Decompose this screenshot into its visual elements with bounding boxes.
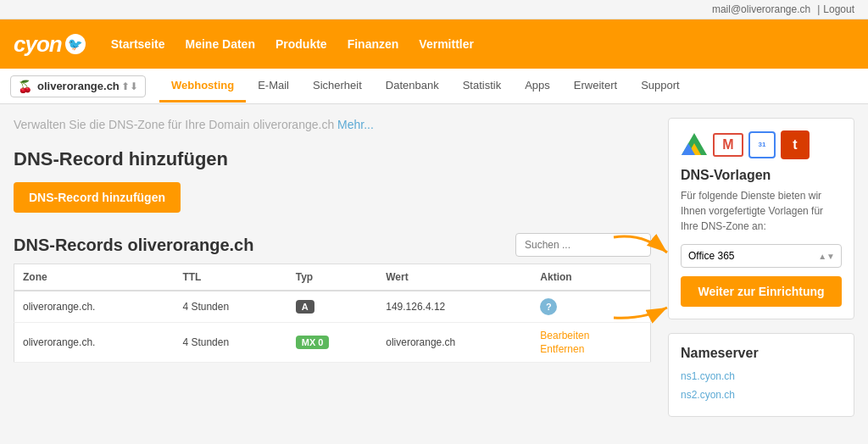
entfernen-link[interactable]: Entfernen [540, 343, 642, 355]
table-row: oliverorange.ch. 4 Stunden MX 0 oliveror… [14, 323, 651, 363]
nav-meine-daten[interactable]: Meine Daten [186, 37, 255, 51]
nav-vermittler[interactable]: Vermittler [419, 37, 474, 51]
tab-email[interactable]: E-Mail [246, 70, 301, 103]
vorlagen-select[interactable]: Google Apps Office 365 Zoho Mail [681, 244, 842, 268]
col-zone: Zone [14, 264, 175, 291]
nav-startseite[interactable]: Startseite [111, 37, 165, 51]
nameserver-section: Nameserver ns1.cyon.ch ns2.cyon.ch [668, 333, 854, 417]
nav-finanzen[interactable]: Finanzen [348, 37, 399, 51]
logout-link[interactable]: Logout [823, 3, 854, 15]
vorlagen-desc: Für folgende Dienste bieten wir Ihnen vo… [681, 188, 842, 234]
nav-produkte[interactable]: Produkte [275, 37, 327, 51]
logo-text: cyon [14, 31, 62, 58]
google-drive-icon [681, 131, 708, 158]
tab-erweitert[interactable]: Erweitert [562, 70, 629, 103]
row1-ttl: 4 Stunden [174, 291, 287, 323]
domain-selector[interactable]: 🍒 oliverorange.ch ⬆⬇ [10, 75, 146, 97]
row2-typ: MX 0 [287, 323, 377, 363]
sidebar: M 31 t DNS-Vorlagen Für folgende Dienste… [668, 118, 854, 417]
main-nav: Startseite Meine Daten Produkte Finanzen… [111, 37, 474, 51]
domain-name: oliverorange.ch [37, 80, 121, 92]
tab-statistik[interactable]: Statistik [451, 70, 514, 103]
arrow2-icon [609, 284, 673, 326]
col-typ: Typ [287, 264, 377, 291]
logo-bird-icon: 🐦 [65, 34, 86, 54]
add-dns-record-button[interactable]: DNS-Record hinzufügen [14, 182, 181, 213]
type-badge-mx: MX 0 [296, 336, 330, 349]
row2-wert: oliverorange.ch [377, 323, 531, 363]
main-content: Verwalten Sie die DNS-Zone für Ihre Doma… [14, 118, 651, 417]
row1-wert: 149.126.4.12 [377, 291, 531, 323]
table-row: oliverorange.ch. 4 Stunden A 149.126.4.1… [14, 291, 651, 323]
tab-support[interactable]: Support [629, 70, 692, 103]
col-wert: Wert [377, 264, 531, 291]
gmail-icon: M [713, 133, 743, 157]
content-area: Verwalten Sie die DNS-Zone für Ihre Doma… [0, 104, 868, 430]
tab-nav: Webhosting E-Mail Sicherheit Datenbank S… [159, 70, 692, 103]
nameserver-1: ns1.cyon.ch [681, 368, 842, 386]
mehr-link[interactable]: Mehr... [337, 118, 374, 131]
domain-cherry-icon: 🍒 [18, 80, 32, 93]
logo: cyon 🐦 [14, 31, 86, 58]
service-icons: M 31 t [681, 130, 842, 159]
row2-zone: oliverorange.ch. [14, 323, 175, 363]
help-icon[interactable]: ? [540, 298, 557, 315]
intro-text: Verwalten Sie die DNS-Zone für Ihre Doma… [14, 118, 651, 131]
domain-dropdown-icon: ⬆⬇ [121, 80, 138, 92]
tab-apps[interactable]: Apps [513, 70, 562, 103]
row1-typ: A [287, 291, 377, 323]
row1-zone: oliverorange.ch. [14, 291, 175, 323]
dns-vorlagen-panel: M 31 t DNS-Vorlagen Für folgende Dienste… [668, 118, 854, 319]
tab-webhosting[interactable]: Webhosting [159, 70, 246, 103]
bearbeiten-link[interactable]: Bearbeiten [540, 330, 642, 341]
row2-ttl: 4 Stunden [174, 323, 287, 363]
weiter-button[interactable]: Weiter zur Einrichtung [681, 276, 842, 307]
arrow1-icon [609, 229, 673, 275]
tab-datenbank[interactable]: Datenbank [374, 70, 451, 103]
add-record-title: DNS-Record hinzufügen [14, 148, 651, 170]
header: cyon 🐦 Startseite Meine Daten Produkte F… [0, 19, 868, 69]
google-calendar-icon: 31 [748, 131, 776, 158]
nameserver-2: ns2.cyon.ch [681, 386, 842, 405]
action-links: Bearbeiten Entfernen [540, 330, 642, 355]
office365-icon: t [781, 130, 810, 159]
nameserver-title: Nameserver [681, 346, 842, 361]
domain-bar: 🍒 oliverorange.ch ⬆⬇ Webhosting E-Mail S… [0, 69, 868, 104]
select-row: Google Apps Office 365 Zoho Mail ▲▼ [681, 244, 842, 268]
col-ttl: TTL [174, 264, 287, 291]
dns-records-table: Zone TTL Typ Wert Aktion oliverorange.ch… [14, 264, 651, 363]
records-title: DNS-Records oliverorange.ch [14, 236, 253, 255]
records-header: DNS-Records oliverorange.ch [14, 233, 651, 257]
type-badge-a: A [296, 300, 314, 314]
vorlagen-title: DNS-Vorlagen [681, 168, 842, 183]
tab-sicherheit[interactable]: Sicherheit [301, 70, 374, 103]
top-bar: mail@oliverorange.ch | Logout [0, 0, 868, 19]
row2-aktion: Bearbeiten Entfernen [531, 323, 650, 363]
user-email: mail@oliverorange.ch [712, 3, 810, 15]
